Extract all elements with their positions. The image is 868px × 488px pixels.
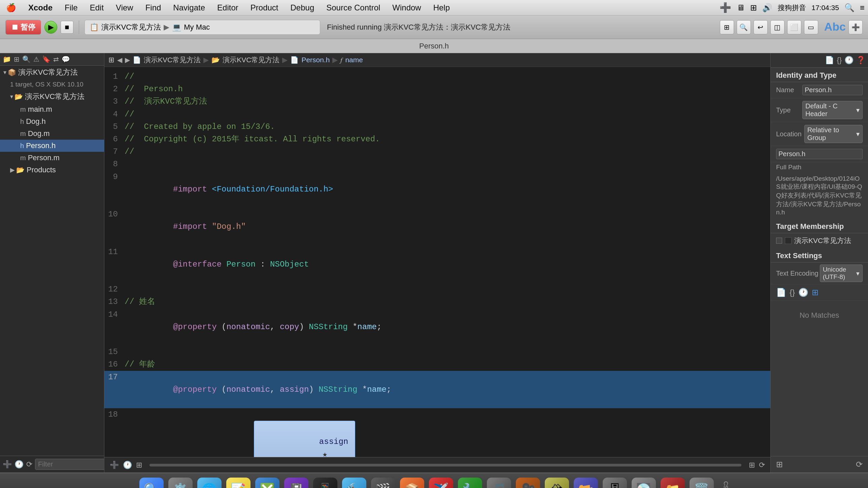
dock-tool6[interactable]: 🗄 (603, 478, 627, 488)
dock-tool2[interactable]: 🎵 (487, 478, 511, 488)
refresh-right-icon[interactable]: ⟳ (856, 460, 863, 469)
merge-icon[interactable]: ⇄ (53, 55, 59, 63)
menu-find[interactable]: Find (143, 2, 164, 14)
dock-onenote[interactable]: 📓 (284, 478, 308, 488)
add-code-button[interactable]: ➕ (110, 461, 119, 469)
menu-view[interactable]: View (113, 2, 136, 14)
input-method[interactable]: 搜狗拼音 (778, 3, 806, 12)
bookmark-icon[interactable]: 🔖 (42, 55, 51, 63)
nav-forward[interactable]: ▶ (125, 56, 130, 64)
clock-icon[interactable]: 🕐 (844, 56, 854, 65)
grid-bottom-icon[interactable]: ⊞ (749, 461, 755, 469)
dock-tool1[interactable]: 🔧 (458, 478, 482, 488)
menu-product[interactable]: Product (248, 2, 281, 14)
layout-icon-3[interactable]: ↩ (753, 20, 768, 34)
layout-icon-1[interactable]: ⊞ (720, 20, 734, 34)
dock-notes[interactable]: 📝 (226, 478, 250, 488)
file-person-m[interactable]: m Person.m (0, 152, 104, 164)
nav-file[interactable]: Person.h (301, 56, 330, 64)
add-icon[interactable]: ➕ (719, 2, 731, 13)
run-button[interactable]: ▶ (44, 21, 57, 34)
file-dog-h[interactable]: h Dog.h (0, 116, 104, 128)
warning-icon[interactable]: ⚠ (33, 55, 39, 63)
stop-button[interactable]: ⏹ 暂停 (5, 20, 41, 35)
name-value[interactable]: Person.h (802, 85, 863, 95)
text-code-icon[interactable]: {} (789, 288, 795, 297)
sidebar-filter-input[interactable] (35, 459, 104, 470)
text-clock-icon[interactable]: 🕐 (798, 288, 808, 297)
menu-editor[interactable]: Editor (215, 2, 241, 14)
layout-icon-5[interactable]: ⬜ (787, 20, 801, 34)
menu-window[interactable]: Window (390, 2, 424, 14)
refresh-icon[interactable]: ⟳ (759, 461, 765, 469)
location-dropdown[interactable]: Relative to Group ▾ (804, 125, 863, 143)
nav-back[interactable]: ◀ (117, 56, 122, 64)
menu-edit[interactable]: Edit (87, 2, 106, 14)
split-icon[interactable]: ⊞ (750, 3, 757, 12)
dock-tool8[interactable]: 📁 (660, 478, 685, 488)
products-group[interactable]: ▶ 📂 Products (0, 164, 104, 176)
filename-value[interactable]: Person.h (776, 149, 863, 159)
dock-xcode[interactable]: ❎ (255, 478, 279, 488)
apple-menu[interactable]: 🍎 (3, 2, 19, 14)
menu-xcode[interactable]: Xcode (26, 2, 55, 14)
nav-group[interactable]: 演示KVC常见方法 (222, 55, 279, 65)
folder-icon[interactable]: 📁 (3, 55, 11, 63)
doc-icon[interactable]: 📄 (825, 56, 834, 65)
dock-quicktime[interactable]: 🎬 (371, 478, 395, 488)
dock-trash[interactable]: 🗑️ (689, 478, 714, 488)
history-icon[interactable]: 🕐 (123, 461, 132, 469)
file-person-h[interactable]: h Person.h (0, 140, 104, 152)
build-stop-button[interactable]: ■ (61, 21, 73, 34)
project-root[interactable]: ▾ 📦 演示KVC常见方法 (0, 66, 104, 79)
grid-right-icon[interactable]: ⊞ (776, 460, 783, 469)
dock-tool5[interactable]: 📂 (574, 478, 598, 488)
layout-icon-2[interactable]: 🔍 (737, 20, 751, 34)
help-icon[interactable]: ❓ (856, 56, 865, 65)
layout-icon-4[interactable]: ◫ (770, 20, 784, 34)
text-encoding-dropdown[interactable]: Unicode (UTF-8) ▾ (820, 264, 863, 282)
search-sidebar-icon[interactable]: 🔍 (22, 55, 31, 63)
type-dropdown[interactable]: Default - C Header ▾ (802, 101, 863, 119)
menu-source-control[interactable]: Source Control (323, 2, 383, 14)
dock-safari[interactable]: 🌐 (197, 478, 221, 488)
add-item-button[interactable]: ➕ (848, 20, 863, 34)
menu-navigate[interactable]: Navigate (170, 2, 208, 14)
grid-icon[interactable]: ⊞ (108, 56, 115, 64)
code-editor[interactable]: 1 // 2 // Person.h 3 // 演示KVC常见方法 4 // 5… (104, 67, 770, 457)
list-icon[interactable]: ≡ (860, 3, 865, 12)
add-file-button[interactable]: ➕ (3, 460, 12, 469)
jump-bar-icon[interactable]: ⊞ (136, 461, 142, 469)
dock-filemanager[interactable]: 📦 (400, 478, 424, 488)
filter-icon[interactable]: ⟳ (26, 460, 32, 469)
clock-sidebar-icon[interactable]: 🕐 (14, 460, 24, 469)
dock-filezilla[interactable]: ✈️ (429, 478, 453, 488)
text-grid-icon[interactable]: ⊞ (812, 288, 818, 297)
file-dog-m[interactable]: m Dog.m (0, 128, 104, 140)
menu-debug[interactable]: Debug (288, 2, 317, 14)
menu-file[interactable]: File (62, 2, 81, 14)
sidebar-group[interactable]: ▾ 📂 演示KVC常见方法 (0, 90, 104, 103)
screen-icon[interactable]: 🖥 (737, 3, 745, 12)
nav-project[interactable]: 演示KVC常见方法 (144, 55, 201, 65)
stack-icon[interactable]: ⊞ (14, 55, 20, 63)
dock-xcode2[interactable]: 🔨 (342, 478, 366, 488)
file-main-m[interactable]: m main.m (0, 103, 104, 116)
dock-finder[interactable]: 🔍 (140, 478, 164, 488)
code-icon[interactable]: {} (837, 56, 842, 65)
volume-icon[interactable]: 🔊 (762, 3, 772, 12)
layout-icon-6[interactable]: ▭ (804, 20, 818, 34)
dock-settings[interactable]: ⚙️ (168, 478, 193, 488)
menu-help[interactable]: Help (431, 2, 453, 14)
chat-icon[interactable]: 💬 (62, 55, 70, 63)
autocomplete-popup[interactable]: assign ★ (254, 421, 355, 457)
nav-symbol[interactable]: name (345, 56, 363, 64)
text-doc-icon[interactable]: 📄 (776, 288, 786, 297)
dock-terminal[interactable]: 📱 (313, 478, 337, 488)
target-checkbox[interactable] (776, 238, 782, 244)
dock-tool4[interactable]: 🏔 (545, 478, 569, 488)
search-icon[interactable]: 🔍 (844, 3, 855, 12)
scheme-selector[interactable]: 📋 演示KVC常见方法 ▶ 💻 My Mac (85, 20, 320, 35)
dock-tool3[interactable]: 🎥 (516, 478, 540, 488)
dock-tool7[interactable]: 💽 (632, 478, 656, 488)
